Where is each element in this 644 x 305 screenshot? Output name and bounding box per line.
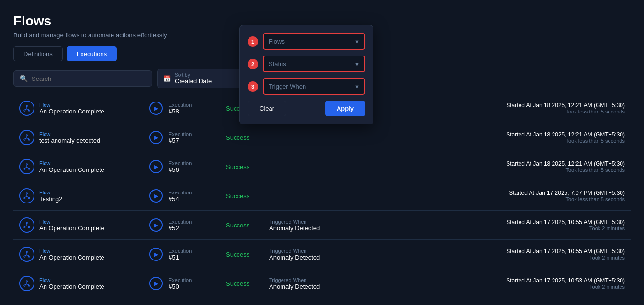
started-sub: Took 2 minutes: [384, 284, 625, 290]
table-row[interactable]: Flow An Operation Complete ▶ Execution #…: [13, 298, 631, 305]
trigger-label: Triggered When: [269, 277, 384, 283]
clear-button[interactable]: Clear: [248, 101, 286, 116]
execution-info: Execution #54: [169, 190, 226, 203]
play-button[interactable]: ▶: [149, 189, 163, 203]
flow-icon-col: [19, 188, 39, 203]
svg-point-15: [28, 168, 30, 169]
sort-dropdown[interactable]: 📅 Sort by Created Date ▼: [157, 69, 253, 88]
started-col: Started At Jan 18 2025, 12:21 AM (GMT+5:…: [384, 160, 625, 173]
svg-point-26: [24, 226, 25, 228]
svg-line-24: [27, 196, 29, 197]
filter-flows-label: Flows: [269, 38, 285, 45]
started-sub: Took less than 5 seconds: [384, 138, 625, 144]
play-button[interactable]: ▶: [149, 102, 163, 115]
status-badge: Success: [226, 134, 249, 141]
svg-line-30: [27, 226, 29, 226]
tab-executions[interactable]: Executions: [67, 46, 117, 61]
flow-info: Flow An Operation Complete: [39, 277, 149, 290]
flow-icon-col: [19, 159, 39, 174]
status-badge: Success: [226, 280, 249, 287]
filter-status-arrow: ▼: [354, 61, 360, 67]
flow-name: An Operation Complete: [39, 254, 149, 261]
status-col: Success: [226, 250, 269, 259]
table-row[interactable]: Flow Testing2 ▶ Execution #54 Success St…: [13, 181, 631, 211]
play-button[interactable]: ▶: [149, 277, 163, 290]
search-box[interactable]: 🔍: [13, 70, 152, 87]
status-col: Success: [226, 221, 269, 229]
play-col: ▶: [149, 218, 169, 232]
flow-icon-col: [19, 130, 39, 145]
flow-info: Flow An Operation Complete: [39, 248, 149, 261]
flow-label: Flow: [39, 131, 149, 137]
table-row[interactable]: Flow An Operation Complete ▶ Execution #…: [13, 152, 631, 181]
svg-point-38: [24, 285, 25, 286]
status-col: Success: [226, 133, 269, 142]
play-col: ▶: [149, 102, 169, 115]
svg-point-20: [24, 197, 25, 199]
play-button[interactable]: ▶: [149, 248, 163, 261]
svg-point-32: [24, 256, 25, 257]
started-col: Started At Jan 17 2025, 10:55 AM (GMT+5:…: [384, 248, 625, 260]
table-row[interactable]: Flow test anomaly detected ▶ Execution #…: [13, 123, 631, 152]
table-row[interactable]: Flow An Operation Complete ▶ Execution #…: [13, 269, 631, 298]
table-row[interactable]: Flow An Operation Complete ▶ Execution #…: [13, 240, 631, 269]
trigger-value: Anomaly Detected: [269, 225, 384, 232]
svg-point-1: [26, 105, 28, 107]
status-badge: Success: [226, 222, 249, 229]
play-col: ▶: [149, 160, 169, 173]
started-text: Started At Jan 18 2025, 12:21 AM (GMT+5:…: [384, 131, 625, 138]
flow-info: Flow An Operation Complete: [39, 102, 149, 115]
filter-dropdown-panel: 1 Flows ▼ 2 Status ▼ 3 Trigger When ▼ Cl…: [239, 25, 373, 124]
started-col: Started At Jan 18 2025, 12:21 AM (GMT+5:…: [384, 102, 625, 114]
svg-line-42: [27, 284, 29, 285]
svg-line-29: [24, 226, 27, 226]
exec-label: Execution: [169, 102, 226, 108]
search-input[interactable]: [32, 75, 146, 82]
flow-name: An Operation Complete: [39, 225, 149, 232]
flow-name: test anomaly detected: [39, 137, 149, 144]
filter-flows-select[interactable]: Flows ▼: [263, 33, 365, 50]
flow-icon: [19, 247, 34, 262]
svg-point-7: [26, 135, 28, 136]
play-button[interactable]: ▶: [149, 218, 163, 232]
status-badge: Success: [226, 192, 249, 200]
filter-num-2: 2: [248, 59, 258, 69]
play-button[interactable]: ▶: [149, 160, 163, 173]
exec-num: #52: [169, 225, 226, 232]
filter-trigger-select[interactable]: Trigger When ▼: [263, 78, 365, 95]
executions-table: Flow An Operation Complete ▶ Execution #…: [0, 94, 644, 305]
execution-info: Execution #51: [169, 248, 226, 261]
exec-label: Execution: [169, 248, 226, 254]
table-row[interactable]: Flow An Operation Complete ▶ Execution #…: [13, 211, 631, 240]
flow-name: An Operation Complete: [39, 283, 149, 290]
started-text: Started At Jan 17 2025, 10:53 AM (GMT+5:…: [384, 277, 625, 284]
flow-name: Testing2: [39, 195, 149, 203]
apply-button[interactable]: Apply: [325, 101, 365, 116]
status-col: Success: [226, 162, 269, 171]
flow-icon-col: [19, 276, 39, 291]
filter-trigger-arrow: ▼: [354, 84, 360, 90]
exec-label: Execution: [169, 219, 226, 225]
svg-line-11: [24, 138, 27, 139]
play-button[interactable]: ▶: [149, 131, 163, 144]
execution-info: Execution #57: [169, 131, 226, 144]
play-col: ▶: [149, 189, 169, 203]
exec-num: #50: [169, 283, 226, 290]
status-col: Success: [226, 192, 269, 200]
flow-name: An Operation Complete: [39, 166, 149, 173]
exec-num: #54: [169, 195, 226, 203]
flow-label: Flow: [39, 219, 149, 225]
svg-line-6: [27, 109, 29, 110]
sort-label: Sort by Created Date: [175, 72, 212, 85]
flow-icon-col: [19, 247, 39, 262]
exec-num: #57: [169, 137, 226, 144]
svg-point-2: [24, 110, 25, 111]
svg-line-41: [24, 284, 27, 285]
tab-definitions[interactable]: Definitions: [13, 46, 63, 61]
filter-num-1: 1: [248, 36, 258, 47]
flow-icon-col: [19, 217, 39, 233]
filter-status-select[interactable]: Status ▼: [263, 56, 365, 72]
svg-point-8: [24, 139, 25, 140]
svg-line-17: [24, 167, 27, 168]
svg-point-27: [28, 226, 30, 228]
